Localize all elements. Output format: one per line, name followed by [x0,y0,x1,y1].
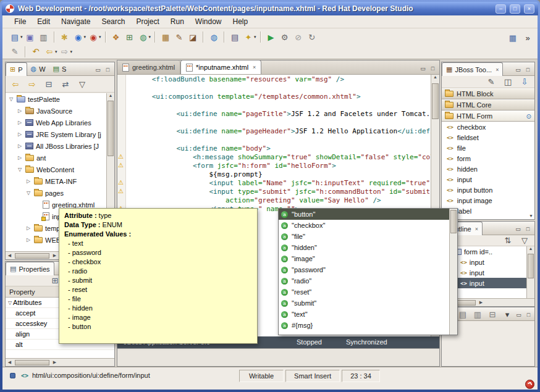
expander-icon[interactable]: ▷ [17,108,23,114]
tree-item[interactable]: ▷All JBoss Libraries [J [6,140,106,152]
maximize-view-icon[interactable]: □ [524,225,532,233]
scroll-up-icon[interactable]: ▲ [109,93,113,98]
snippets-icon[interactable]: ▤ [229,31,241,43]
archive-icon[interactable]: ◪ [187,31,199,43]
refresh-icon[interactable]: ↻ [306,31,318,43]
edit-palette-icon[interactable]: ✎ [173,31,185,43]
tab-jboss-tools-palette[interactable]: ▦ JBoss Too... × [442,62,503,76]
palette-item-input-button[interactable]: <>input button [442,185,534,195]
palette-group-html-core[interactable]: HTML Core [442,99,534,111]
palette-group-html-block[interactable]: HTML Block [442,88,534,99]
scroll-up-icon[interactable]: ▲ [529,246,533,251]
content-assist-item[interactable]: a"file" [279,231,449,242]
tree-item[interactable]: ▷JRE System Library [j [6,128,106,140]
tree-item[interactable]: ▷META-INF [6,175,106,187]
console-menu-icon[interactable]: ▾ [501,308,513,320]
perspective-icon[interactable]: ▦ [507,31,519,44]
close-icon[interactable]: × [475,226,478,232]
minimize-view-icon[interactable]: ▭ [419,65,427,72]
close-icon[interactable]: × [253,64,256,70]
minimize-button[interactable]: – [496,4,506,14]
content-assist-item[interactable]: a"radio" [279,275,449,286]
view-menu-icon[interactable]: ▽ [76,78,88,90]
tab-properties[interactable]: ▤ Properties [6,262,54,275]
content-assist-item[interactable]: a#{msg} [279,320,449,331]
scroll-down-icon[interactable]: ▼ [529,214,533,218]
last-edit-location-icon[interactable]: ↶ [30,46,42,58]
tree-item[interactable]: ▽testPalette [6,93,106,105]
view-tab-p[interactable]: ⊞P [6,62,27,76]
pin-icon[interactable]: ⊙ [526,113,531,120]
content-assist-item[interactable]: a"text" [279,309,449,320]
new-project-icon[interactable]: ⊞ [124,31,136,43]
scrollbar-thumb[interactable] [528,254,534,278]
maximize-button[interactable]: □ [510,4,520,14]
content-assist-item[interactable]: a"reset" [279,286,449,298]
run-config-icon[interactable]: ◉ [72,31,85,43]
menu-help[interactable]: Help [227,16,254,27]
collapse-all-icon[interactable]: ⊟ [43,78,55,90]
quick-fix-icon[interactable]: ✦ [242,31,255,43]
tree-item[interactable]: ▽pages [6,187,106,199]
palette-group-html-form[interactable]: HTML Form⊙ [442,111,534,122]
toolbar-overflow-icon[interactable]: » [521,31,534,44]
save-icon[interactable]: ▣ [24,31,36,43]
back-icon-dropdown[interactable]: ▾ [55,49,57,54]
content-assist-item[interactable]: a"button" [279,209,449,220]
content-assist-list[interactable]: a"button"a"checkbox"a"file"a"hidden"a"im… [279,209,449,335]
profile-config-icon-dropdown[interactable]: ▾ [99,35,101,40]
palette-item-hidden[interactable]: <>hidden [442,164,534,174]
maximize-view-icon[interactable]: □ [429,65,437,72]
menu-navigate[interactable]: Navigate [56,16,96,27]
run-config-icon-dropdown[interactable]: ▾ [84,35,86,40]
generate-icon[interactable]: ◍ [137,31,150,43]
scrollbar-thumb[interactable] [15,360,49,365]
scroll-right-icon[interactable]: ▶ [51,360,59,365]
quick-fix-icon-dropdown[interactable]: ▾ [254,35,256,40]
scroll-right-icon[interactable]: ▶ [51,253,59,258]
view-tab-w[interactable]: ◍W [27,62,49,75]
minimize-view-icon[interactable]: ▭ [94,66,102,73]
show-hide-groups-icon[interactable]: ◫ [502,76,514,88]
tree-item[interactable]: ▷JavaSource [6,105,106,117]
profile-config-icon[interactable]: ◉ [87,31,99,43]
tree-item[interactable]: ▽WebContent [6,164,106,175]
expander-icon[interactable]: ▷ [17,131,23,137]
new-file-icon[interactable]: ▤ [9,31,21,43]
maximize-view-icon[interactable]: □ [524,66,532,73]
generate-icon-dropdown[interactable]: ▾ [149,35,151,40]
minimize-view-icon[interactable]: ▭ [514,225,522,233]
expander-icon[interactable]: ▷ [17,155,23,161]
warning-marker-icon[interactable]: ⚠ [118,188,124,195]
expander-icon[interactable]: ▽ [17,167,23,172]
scroll-up-icon[interactable]: ▲ [433,75,437,79]
mark-occurrences-icon[interactable]: ✎ [9,46,21,58]
print-icon[interactable]: ▥ [38,31,50,43]
menu-project[interactable]: Project [130,16,164,27]
link-with-editor-icon[interactable]: ⇄ [59,78,72,90]
back-icon[interactable]: ⇦ [43,46,56,58]
new-wizard-icon[interactable]: ❖ [110,31,122,43]
view-tab-s[interactable]: ▤S [49,62,70,75]
tree-item[interactable]: ▷Web App Libraries [6,117,106,128]
sort-icon[interactable]: ⇅ [502,235,514,247]
tree-item[interactable]: ▷ant [6,152,106,164]
warning-marker-icon[interactable]: ⚠ [118,153,124,161]
content-assist-item[interactable]: a"image" [279,253,449,264]
expander-icon[interactable]: ▷ [25,178,32,184]
forward-icon[interactable]: ⇨ [59,46,71,58]
maximize-view-icon[interactable]: □ [525,311,533,319]
import-icon[interactable]: ⇩ [518,76,531,88]
content-assist-item[interactable]: a"submit" [279,298,449,309]
run-server-icon[interactable]: ▶ [265,31,277,43]
content-assist-item[interactable]: a"password" [279,264,449,275]
clear-console-icon[interactable]: ▤ [457,308,469,320]
server-config-icon[interactable]: ⚙ [279,31,291,43]
menu-window[interactable]: Window [190,16,227,27]
expander-icon[interactable]: ▷ [25,237,32,243]
properties-hscrollbar[interactable]: ◀ ▶ [6,358,114,366]
scroll-right-icon[interactable]: ▶ [477,300,485,305]
debug-icon[interactable]: ✱ [59,31,71,43]
minimize-view-icon[interactable]: ▭ [514,66,522,73]
display-console-icon[interactable]: ▥ [471,308,484,320]
